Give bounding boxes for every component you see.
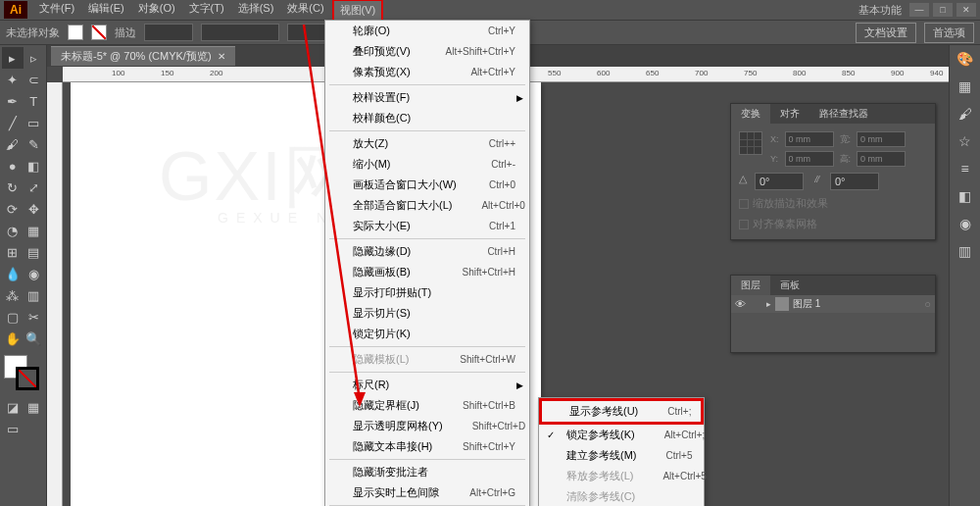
rectangle-tool[interactable]: ▭ (24, 112, 45, 133)
color-mode-icon[interactable]: ◪ (2, 396, 24, 418)
menu-item[interactable]: 隐藏定界框(J)Shift+Ctrl+B (325, 395, 529, 416)
brush-dropdown[interactable] (201, 24, 279, 41)
height-input[interactable] (857, 151, 906, 167)
slice-tool[interactable]: ✂ (24, 306, 45, 328)
vertical-ruler[interactable] (47, 82, 63, 506)
zoom-tool[interactable]: 🔍 (24, 328, 45, 349)
menu-item[interactable]: 隐藏文本串接(H)Shift+Ctrl+Y (325, 436, 529, 457)
transparency-panel-icon[interactable]: ▥ (956, 241, 975, 261)
graphic-styles-icon[interactable]: ◧ (956, 186, 975, 206)
hand-tool[interactable]: ✋ (2, 328, 24, 349)
symbol-sprayer-tool[interactable]: ⁂ (2, 284, 24, 306)
menu-item[interactable]: 显示切片(S) (325, 303, 529, 324)
menu-item[interactable]: 放大(Z)Ctrl++ (325, 133, 529, 154)
stroke-weight-input[interactable] (144, 24, 193, 41)
scale-tool[interactable]: ⤢ (24, 177, 45, 198)
blend-tool[interactable]: ◉ (24, 263, 45, 284)
direct-selection-tool[interactable]: ▹ (24, 47, 45, 69)
menu-item[interactable]: 锁定切片(K) (325, 324, 529, 344)
eyedropper-tool[interactable]: 💧 (2, 263, 24, 284)
gradient-tool[interactable]: ▤ (24, 241, 45, 263)
menu-item[interactable]: 显示实时上色间隙Alt+Ctrl+G (325, 482, 529, 503)
swatches-panel-icon[interactable]: ▦ (956, 76, 975, 96)
magic-wand-tool[interactable]: ✦ (2, 69, 24, 90)
width-input[interactable] (857, 131, 906, 147)
menu-item[interactable]: 校样设置(F)▶ (325, 87, 529, 108)
shape-builder-tool[interactable]: ◔ (2, 220, 24, 241)
menu-item[interactable]: 隐藏画板(B)Shift+Ctrl+H (325, 262, 529, 282)
menu-item[interactable]: 实际大小(E)Ctrl+1 (325, 216, 529, 236)
line-tool[interactable]: ╱ (2, 112, 24, 133)
stroke-panel-icon[interactable]: ≡ (956, 159, 975, 178)
screen-mode-icon[interactable]: ▭ (2, 418, 24, 439)
artboard-tool[interactable]: ▢ (2, 306, 24, 328)
menu-item[interactable]: 显示打印拼贴(T) (325, 282, 529, 303)
document-tab[interactable]: 未标题-5* @ 70% (CMYK/预览) ✕ (51, 46, 235, 66)
menu-2[interactable]: 对象(O) (132, 0, 181, 22)
lasso-tool[interactable]: ⊂ (24, 69, 45, 90)
menu-5[interactable]: 效果(C) (281, 0, 329, 22)
shear-input[interactable] (830, 173, 879, 190)
eraser-tool[interactable]: ◧ (24, 155, 45, 177)
pathfinder-tab[interactable]: 路径查找器 (809, 104, 878, 124)
paintbrush-tool[interactable]: 🖌 (2, 133, 24, 155)
type-tool[interactable]: T (24, 90, 45, 112)
scale-strokes-checkbox[interactable] (739, 199, 749, 209)
visibility-icon[interactable]: 👁 (735, 298, 753, 310)
menu-6[interactable]: 视图(V) (332, 0, 384, 22)
document-setup-button[interactable]: 文档设置 (856, 23, 916, 43)
menu-item[interactable]: 标尺(R)▶ (325, 375, 529, 395)
width-tool[interactable]: ⟳ (2, 198, 24, 220)
rotate-tool[interactable]: ↻ (2, 177, 24, 198)
menu-item[interactable]: 轮廓(O)Ctrl+Y (325, 21, 529, 41)
close-tab-icon[interactable]: ✕ (218, 51, 225, 62)
artboards-tab[interactable]: 画板 (770, 276, 809, 295)
color-panel-icon[interactable]: 🎨 (956, 49, 975, 69)
perspective-tool[interactable]: ▦ (24, 220, 45, 241)
fill-swatch[interactable] (68, 25, 83, 40)
menu-item[interactable]: 缩小(M)Ctrl+- (325, 154, 529, 175)
menu-item[interactable]: 校样颜色(C) (325, 108, 529, 128)
menu-1[interactable]: 编辑(E) (82, 0, 130, 22)
symbols-panel-icon[interactable]: ☆ (956, 131, 975, 151)
pen-tool[interactable]: ✒ (2, 90, 24, 112)
close-button[interactable]: ✕ (956, 3, 976, 17)
transform-tab[interactable]: 变换 (731, 104, 770, 124)
selection-tool[interactable]: ▸ (2, 47, 24, 69)
menu-item[interactable]: 像素预览(X)Alt+Ctrl+Y (325, 62, 529, 82)
minimize-button[interactable]: — (909, 3, 929, 17)
fill-stroke-indicator[interactable] (2, 353, 41, 392)
gradient-mode-icon[interactable]: ▦ (24, 396, 45, 418)
menu-item[interactable]: 隐藏渐变批注者 (325, 462, 529, 482)
menu-item[interactable]: 显示透明度网格(Y)Shift+Ctrl+D (325, 416, 529, 436)
menu-item[interactable]: ✓锁定参考线(K)Alt+Ctrl+; (539, 425, 704, 445)
menu-item[interactable]: 建立参考线(M)Ctrl+5 (539, 445, 704, 466)
menu-0[interactable]: 文件(F) (33, 0, 80, 22)
layers-tab[interactable]: 图层 (731, 276, 770, 295)
menu-item[interactable]: 画板适合窗口大小(W)Ctrl+0 (325, 175, 529, 195)
reference-point-selector[interactable] (739, 131, 762, 155)
maximize-button[interactable]: □ (933, 3, 953, 17)
graph-tool[interactable]: ▥ (24, 284, 45, 306)
menu-3[interactable]: 文字(T) (183, 0, 230, 22)
menu-4[interactable]: 选择(S) (232, 0, 280, 22)
free-transform-tool[interactable]: ✥ (24, 198, 45, 220)
preferences-button[interactable]: 首选项 (924, 23, 974, 43)
mesh-tool[interactable]: ⊞ (2, 241, 24, 263)
menu-item[interactable]: 全部适合窗口大小(L)Alt+Ctrl+0 (325, 195, 529, 216)
menu-item[interactable]: 显示参考线(U)Ctrl+; (539, 398, 704, 425)
align-pixel-checkbox[interactable] (739, 220, 749, 229)
pencil-tool[interactable]: ✎ (24, 133, 45, 155)
x-input[interactable] (785, 131, 834, 147)
workspace-label[interactable]: 基本功能 (858, 3, 902, 18)
blob-brush-tool[interactable]: ● (2, 155, 24, 177)
stroke-swatch[interactable] (91, 25, 107, 40)
appearance-panel-icon[interactable]: ◉ (956, 214, 975, 233)
layer-row[interactable]: 👁 ▸ 图层 1 ○ (731, 295, 935, 313)
y-input[interactable] (785, 151, 834, 167)
brushes-panel-icon[interactable]: 🖌 (956, 104, 975, 124)
menu-item[interactable]: 叠印预览(V)Alt+Shift+Ctrl+Y (325, 41, 529, 62)
menu-item[interactable]: 隐藏边缘(D)Ctrl+H (325, 241, 529, 262)
rotate-input[interactable] (755, 173, 804, 190)
align-tab[interactable]: 对齐 (770, 104, 809, 124)
